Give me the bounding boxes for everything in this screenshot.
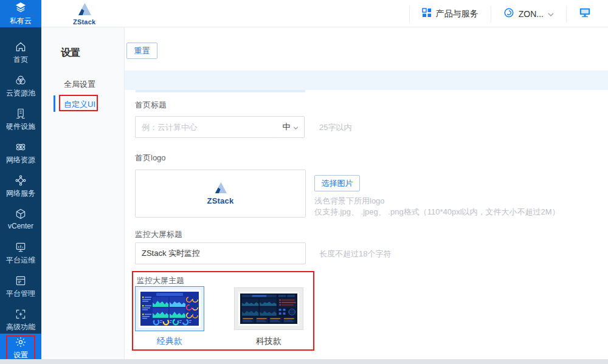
home-logo-preview: ZStack [135,170,306,218]
home-title-input[interactable] [135,116,277,138]
sidebar-item-advanced[interactable]: 高级功能 [0,308,41,336]
chevron-down-icon [293,123,299,132]
layers-icon [14,2,27,15]
sidebar-item-settings[interactable]: 设置 [0,334,41,361]
sidebar-brand-label: 私有云 [10,16,32,26]
chevron-down-icon [548,9,554,19]
products-services-menu[interactable]: 产品与服务 [410,0,491,27]
primary-sidebar: 私有云 首页 云资源池 硬件设施 网络资源 网络服务 vCenter 平台运 [0,0,41,364]
advanced-icon [15,308,27,320]
monitor-icon [579,7,591,20]
active-nav-indicator [54,95,55,112]
nav-item-custom-ui[interactable]: 自定义UI [64,99,95,110]
tech-theme-preview [238,292,299,326]
sidebar-item-platform-mgmt[interactable]: 平台管理 [0,275,41,303]
custom-ui-form: 重置 首页标题 中 25字以内 首页logo ZStack 选择图片 浅色背景下… [125,27,608,359]
screen-theme-label: 监控大屏主题 [137,275,184,286]
nav-item-global-settings[interactable]: 全局设置 [64,79,95,90]
screen-title-hint: 长度不超过18个字符 [319,249,391,259]
zstack-logo[interactable]: ZStack [73,2,95,26]
choose-image-button[interactable]: 选择图片 [314,175,360,191]
home-icon [15,41,27,53]
screen-title-input[interactable] [135,242,306,264]
theme-option-tech[interactable] [234,287,303,330]
zstack-logo-text: ZStack [73,18,95,26]
settings-nav-panel: 设置 全局设置 自定义UI [41,27,125,359]
annotation-box-screen-theme: 监控大屏主题 [132,271,314,351]
reset-button[interactable]: 重置 [126,43,157,59]
vcenter-cube-icon [15,208,27,220]
sidebar-item-platform-ops[interactable]: 平台运维 [0,241,41,269]
theme-caption-classic[interactable]: 经典款 [135,336,204,347]
sidebar-item-vcenter[interactable]: vCenter [0,208,41,236]
hardware-icon [15,108,27,120]
sidebar-item-hardware[interactable]: 硬件设施 [0,108,41,136]
cloud-pool-icon [15,74,27,86]
page-bottom-strip [0,359,608,364]
logo-hint-line1: 浅色背景下所用logo [314,196,385,207]
zone-icon [503,7,514,20]
title-font-size-select[interactable]: 中 [277,116,305,138]
theme-caption-tech[interactable]: 科技款 [234,336,303,347]
classic-theme-preview [139,290,201,328]
logo-preview-text: ZStack [207,196,234,205]
gear-icon [15,336,27,348]
home-title-label: 首页标题 [135,100,167,111]
zone-selector[interactable]: ZON... [491,0,566,27]
home-title-hint: 25字以内 [319,122,351,133]
zstack-triangle-icon [214,182,227,196]
sidebar-item-private-cloud[interactable]: 私有云 [0,0,41,27]
section-header-band [125,70,608,90]
theme-option-classic[interactable] [135,286,204,331]
platform-mgmt-icon [15,275,27,287]
home-logo-label: 首页logo [135,153,166,163]
sidebar-item-network-service[interactable]: 网络服务 [0,174,41,202]
network-resource-icon [15,141,27,153]
sidebar-item-cloud-pool[interactable]: 云资源池 [0,74,41,102]
zstack-triangle-icon [77,2,92,18]
sidebar-item-home[interactable]: 首页 [0,41,41,69]
logo-hint-line2: 仅支持.jpg、 .jpeg、 .png格式（110*40pxl以内，文件大小不… [314,207,560,218]
network-service-icon [15,174,27,187]
settings-nav-title: 设置 [61,47,80,60]
apps-grid-icon [422,8,432,19]
topbar: ZStack 产品与服务 ZON... [41,0,608,27]
section-header-band-accent [136,90,305,92]
sidebar-item-network-resource[interactable]: 网络资源 [0,141,41,169]
zstack-settings-page: 私有云 首页 云资源池 硬件设施 网络资源 网络服务 vCenter 平台运 [0,0,608,364]
screen-title-label: 监控大屏标题 [135,229,182,240]
platform-ops-icon [15,241,27,253]
monitor-screen-button[interactable] [567,0,603,27]
